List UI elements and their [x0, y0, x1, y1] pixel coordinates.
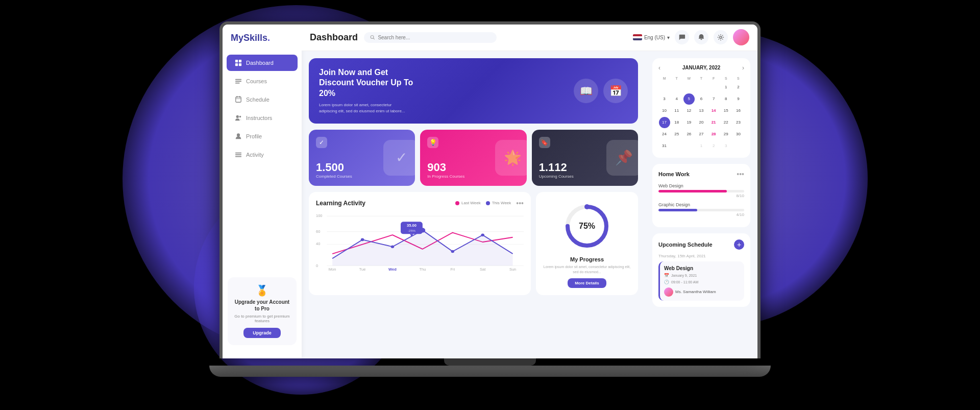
cal-day-21[interactable]: 21	[708, 117, 719, 128]
cal-day-16[interactable]: 16	[732, 105, 744, 116]
cal-day-29[interactable]: 29	[720, 129, 731, 140]
search-bar	[364, 32, 497, 43]
stat-check-icon-2: 💡	[427, 137, 438, 148]
clock-icon: 🕐	[664, 280, 669, 284]
sidebar-item-profile[interactable]: Profile	[227, 128, 298, 144]
cal-day-12[interactable]: 12	[683, 105, 695, 116]
homework-title: Home Work	[658, 171, 690, 177]
instructor-avatar	[664, 287, 673, 297]
dashboard-icon	[235, 59, 242, 66]
search-icon	[370, 35, 375, 40]
svg-text:Fri: Fri	[450, 268, 455, 271]
cal-day-26[interactable]: 26	[683, 129, 695, 140]
chat-icon	[678, 34, 685, 41]
cal-day-8[interactable]: 8	[720, 93, 731, 105]
cal-day-27[interactable]: 27	[696, 129, 707, 140]
cal-day-15[interactable]: 15	[720, 105, 731, 116]
calendar-small-icon: 📅	[664, 273, 669, 278]
svg-text:40: 40	[316, 243, 320, 246]
cal-day-31[interactable]: 31	[659, 140, 670, 152]
schedule-add-button[interactable]: +	[734, 239, 744, 250]
user-avatar[interactable]	[733, 29, 749, 45]
laptop-base	[209, 366, 771, 377]
cal-day-empty-1	[659, 82, 670, 93]
calendar-prev[interactable]: ‹	[658, 64, 660, 71]
hw-score-1: 8/10	[658, 194, 744, 198]
cal-day-5[interactable]: 5	[683, 93, 695, 105]
language-selector[interactable]: Eng (US) ▾	[633, 34, 670, 40]
cal-day-20[interactable]: 20	[696, 117, 707, 128]
app-logo: MySkills.	[223, 33, 302, 54]
sidebar-item-courses[interactable]: Courses	[227, 73, 298, 89]
notification-button[interactable]	[694, 30, 708, 44]
cal-day-2[interactable]: 2	[732, 82, 744, 93]
content-area: Join Now and Get Discount Voucher Up To …	[302, 51, 757, 358]
cal-day-13[interactable]: 13	[696, 105, 707, 116]
cal-day-6[interactable]: 6	[696, 93, 707, 105]
schedule-item-title: Web Design	[664, 266, 740, 271]
cal-day-next-2[interactable]: 2	[708, 140, 719, 152]
chart-title: Learning Activity	[316, 200, 365, 207]
svg-point-17	[371, 35, 374, 38]
cal-header-s1: S	[720, 76, 732, 81]
stat-bg-icon-2: 🌟	[495, 140, 527, 176]
sidebar-item-activity[interactable]: Activity	[227, 147, 298, 163]
schedule-icon	[235, 96, 242, 103]
svg-rect-0	[235, 59, 238, 62]
right-panel: ‹ JANUARY, 2022 › M T W T F	[645, 51, 757, 358]
settings-button[interactable]	[714, 30, 728, 44]
stat-bg-icon-1: ✓	[383, 140, 415, 176]
cal-day-22[interactable]: 22	[720, 117, 731, 128]
cal-day-empty-6	[671, 140, 682, 152]
calendar-next[interactable]: ›	[742, 64, 744, 71]
cal-day-25[interactable]: 25	[671, 129, 682, 140]
cal-day-18[interactable]: 18	[671, 117, 682, 128]
cal-day-19[interactable]: 19	[683, 117, 695, 128]
homework-item-webdesign: Web Design 8/10	[658, 183, 744, 198]
svg-point-29	[361, 238, 364, 242]
svg-text:60: 60	[316, 230, 320, 233]
schedule-date: Thursday, 15th April, 2021	[658, 254, 744, 258]
hw-item-name-1: Web Design	[658, 183, 744, 188]
cal-day-10[interactable]: 10	[659, 105, 670, 116]
sidebar-item-schedule[interactable]: Schedule	[227, 91, 298, 108]
progress-title: My Progress	[570, 256, 604, 262]
chart-more-button[interactable]: •••	[516, 199, 524, 207]
hw-progress-fill-1	[658, 190, 727, 192]
upgrade-section: 🏅 Upgrade your Account to Pro Go to prem…	[228, 277, 297, 345]
cal-day-next-3[interactable]: 3	[720, 140, 731, 152]
legend-label-thisweek: This Week	[492, 201, 511, 205]
my-progress-card: 75% My Progress Lorem ipsum dolor sit am…	[536, 192, 638, 296]
upgrade-button[interactable]: Upgrade	[243, 328, 281, 338]
cal-day-28[interactable]: 28	[708, 129, 719, 140]
cal-day-30[interactable]: 30	[732, 129, 744, 140]
cal-day-3[interactable]: 3	[659, 93, 670, 105]
hw-score-2: 4/10	[658, 212, 744, 217]
cal-day-4[interactable]: 4	[671, 93, 682, 105]
cal-day-empty-7	[683, 140, 695, 152]
legend-dot-lastweek	[455, 201, 459, 205]
cal-header-f: F	[708, 76, 720, 81]
homework-more-button[interactable]: •••	[737, 170, 744, 178]
cal-day-next-1[interactable]: 1	[696, 140, 707, 152]
sidebar-item-instructors[interactable]: Instructors	[227, 110, 298, 126]
cal-day-14[interactable]: 14	[708, 105, 719, 116]
instructors-icon	[235, 114, 242, 122]
cal-day-9[interactable]: 9	[732, 93, 744, 105]
more-details-button[interactable]: More Details	[568, 278, 606, 288]
chat-button[interactable]	[675, 30, 689, 44]
profile-icon	[235, 133, 242, 140]
cal-day-7[interactable]: 7	[708, 93, 719, 105]
cal-day-23[interactable]: 23	[732, 117, 744, 128]
cal-day-11[interactable]: 11	[671, 105, 682, 116]
cal-day-17-today[interactable]: 17	[659, 117, 670, 128]
learning-activity-chart: Learning Activity Last Week	[309, 192, 531, 296]
lang-chevron: ▾	[667, 35, 670, 40]
cal-day-1[interactable]: 1	[720, 82, 731, 93]
sidebar-item-dashboard[interactable]: Dashboard	[227, 55, 298, 71]
homework-card: Home Work ••• Web Design 8/10	[652, 164, 750, 227]
cal-header-t2: T	[695, 76, 707, 81]
cal-day-24[interactable]: 24	[659, 129, 670, 140]
search-input[interactable]	[378, 35, 491, 40]
sidebar-label-courses: Courses	[246, 78, 267, 84]
